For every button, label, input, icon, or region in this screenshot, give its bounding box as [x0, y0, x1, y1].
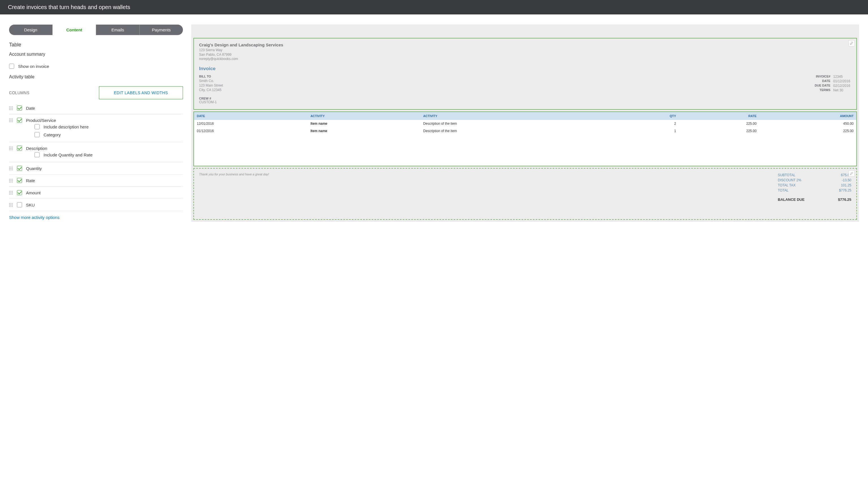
section-account-summary: Account summary	[9, 52, 183, 57]
label-date: Date	[26, 106, 35, 111]
preview-footer-block[interactable]: Thank you for your business and have a g…	[193, 168, 857, 220]
cell-date: 12/01/2016	[194, 120, 308, 127]
pencil-icon[interactable]	[848, 40, 855, 47]
column-date: Date	[9, 102, 183, 114]
checkbox-category[interactable]	[34, 132, 39, 137]
billto-label: BILL TO	[199, 74, 223, 79]
date-label: DATE	[822, 79, 830, 84]
drag-handle-icon[interactable]	[9, 147, 13, 150]
billto-name: Smith Co.	[199, 79, 223, 83]
label-product: Product/Service	[26, 118, 56, 123]
terms-label: TERMS	[820, 88, 831, 92]
label-amount: Amount	[26, 190, 41, 195]
terms-value: Net 30	[833, 88, 851, 92]
drag-handle-icon[interactable]	[9, 191, 13, 194]
discount-value: -13.50	[842, 178, 851, 182]
table-row: 12/01/2016 Item name Description of the …	[194, 120, 857, 127]
invoiceno-label: INVOICE#	[816, 74, 830, 79]
checkbox-quantity[interactable]	[17, 166, 22, 171]
th-amount: AMOUNT	[760, 112, 857, 120]
drag-handle-icon[interactable]	[9, 167, 13, 170]
column-amount: Amount	[9, 187, 183, 199]
checkbox-sku[interactable]	[17, 202, 22, 207]
company-addr1: 123 Sierra Way	[199, 48, 851, 53]
company-addr2: San Pablo, CA 87999	[199, 53, 851, 57]
tab-bar: Design Content Emails Payments	[9, 25, 183, 35]
invoiceno-value: 12345	[833, 74, 851, 79]
subtotal-label: SUBTOTAL	[778, 173, 795, 177]
tab-design[interactable]: Design	[9, 25, 53, 35]
invoice-title: Invoice	[199, 66, 851, 71]
label-description: Description	[26, 146, 47, 151]
drag-handle-icon[interactable]	[9, 119, 13, 122]
label-rate: Rate	[26, 178, 35, 183]
cell-desc: Description of the item	[421, 120, 618, 127]
label-quantity: Quantity	[26, 166, 42, 171]
preview-topbar	[192, 25, 859, 36]
settings-panel: Design Content Emails Payments Table Acc…	[9, 25, 183, 222]
totals: SUBTOTAL675.00 DISCOUNT 2%-13.50 TOTAL T…	[778, 173, 851, 202]
section-table: Table	[9, 42, 183, 48]
th-rate: RATE	[679, 112, 760, 120]
duedate-label: DUE DATE	[815, 84, 830, 88]
th-date: DATE	[194, 112, 308, 120]
checkbox-description[interactable]	[17, 146, 22, 151]
preview-header-block[interactable]: Craig's Design and Landscaping Services …	[193, 38, 857, 110]
footer-message: Thank you for your business and have a g…	[199, 173, 269, 176]
company-name: Craig's Design and Landscaping Services	[199, 42, 851, 47]
checkbox-amount[interactable]	[17, 190, 22, 195]
tab-emails[interactable]: Emails	[96, 25, 140, 35]
label-include-qty-rate: Include Quantity and Rate	[43, 152, 92, 157]
label-sku: SKU	[26, 203, 35, 207]
cell-rate: 225.00	[679, 127, 760, 134]
cell-amount: 450.00	[760, 120, 857, 127]
cell-item: Item name	[308, 120, 421, 127]
tab-payments[interactable]: Payments	[140, 25, 183, 35]
th-activity1: ACTIVITY	[308, 112, 421, 120]
checkbox-include-description[interactable]	[34, 124, 39, 129]
cell-desc: Description of the item	[421, 127, 618, 134]
balance-value: $776.25	[838, 198, 851, 202]
checkbox-product[interactable]	[17, 118, 22, 123]
checkbox-date[interactable]	[17, 106, 22, 111]
date-value: 01/12/2016	[833, 79, 851, 84]
drag-handle-icon[interactable]	[9, 203, 13, 207]
cell-item: Item name	[308, 127, 421, 134]
cell-qty: 1	[618, 127, 679, 134]
duedate-value: 02/12/2016	[833, 84, 851, 88]
checkbox-show-on-invoice[interactable]	[9, 64, 14, 69]
columns-label: COLUMNS	[9, 91, 29, 95]
edit-labels-button[interactable]: EDIT LABELS AND WIDTHS	[99, 86, 183, 99]
total-value: $776.25	[839, 188, 851, 192]
column-sku: SKU	[9, 199, 183, 211]
company-email: noreply@quickbooks.com	[199, 57, 851, 61]
balance-label: BALANCE DUE	[778, 198, 805, 202]
label-include-description: Include description here	[43, 124, 89, 129]
cell-date: 01/12/2016	[194, 127, 308, 134]
column-quantity: Quantity	[9, 162, 183, 175]
tab-content[interactable]: Content	[53, 25, 96, 35]
column-description: Description Include Quantity and Rate	[9, 142, 183, 162]
th-activity2: ACTIVITY	[421, 112, 618, 120]
pencil-icon[interactable]	[848, 170, 855, 177]
cell-amount: 225.00	[760, 127, 857, 134]
column-rate: Rate	[9, 175, 183, 187]
total-label: TOTAL	[778, 188, 788, 192]
page-header: Create invoices that turn heads and open…	[0, 0, 868, 14]
tax-value: 101.25	[841, 183, 851, 187]
section-activity-table: Activity table	[9, 74, 183, 80]
checkbox-rate[interactable]	[17, 178, 22, 183]
checkbox-include-qty-rate[interactable]	[34, 152, 39, 157]
label-show-on-invoice: Show on invoice	[18, 64, 49, 69]
column-product-service: Product/Service Include description here…	[9, 114, 183, 142]
crew-label: CREW #	[199, 97, 851, 100]
drag-handle-icon[interactable]	[9, 107, 13, 110]
label-category: Category	[43, 132, 61, 137]
show-more-link[interactable]: Show more activity options	[9, 215, 183, 220]
preview-table-block[interactable]: DATE ACTIVITY ACTIVITY QTY RATE AMOUNT 1…	[193, 112, 857, 166]
drag-handle-icon[interactable]	[9, 179, 13, 182]
th-qty: QTY	[618, 112, 679, 120]
cell-rate: 225.00	[679, 120, 760, 127]
invoice-table: DATE ACTIVITY ACTIVITY QTY RATE AMOUNT 1…	[194, 112, 857, 134]
page-title: Create invoices that turn heads and open…	[8, 4, 130, 10]
